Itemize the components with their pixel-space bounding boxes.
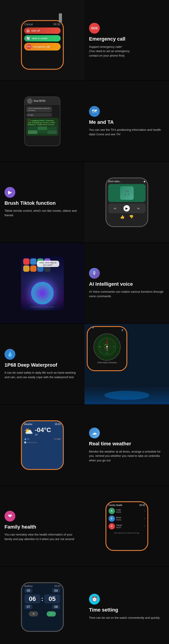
section-family: ❤ Family health You can remotely view th…	[0, 486, 169, 567]
bt-time: 09:30	[54, 585, 60, 588]
bt-m3: 06	[52, 604, 60, 609]
meta-desc: You can see the TA's positioning informa…	[89, 128, 164, 136]
waterproof-watch: N E S W 28°C ♥ 72	[87, 326, 127, 371]
section-time: Bedtime 09:30 05 04 06 : 05 07 06 ✕ ✓	[0, 567, 169, 644]
siri-phone: Hello, what help do you need? ──────────…	[21, 256, 64, 310]
emergency-desc: Support emergency calls*(You need to set…	[89, 45, 130, 58]
watch-cell-emergency: Cancel 09:30 ⏻ slide off 🔄 slide to rest…	[0, 0, 84, 80]
weather-watch: Weather 09:30 ⛅ -04°C 24° 💧 90 ☀ 15% 🔄 0…	[21, 420, 64, 470]
watch-cell-tiktok: Short video... ◉ 🎵 ⏮ ▶ ⏭ 👍 👎	[84, 162, 169, 242]
drop1	[92, 326, 94, 328]
svg-text:N: N	[106, 339, 108, 341]
fh-title: Family Health	[108, 504, 122, 506]
slide-off-btn[interactable]: ⏻ slide off	[24, 28, 60, 34]
text-cell-family: ❤ Family health You can remotely view th…	[0, 486, 84, 566]
compass-face: N E S W 28°C ♥ 72	[94, 334, 120, 360]
time-title: Time setting	[89, 607, 118, 613]
bt-row1: 05 04	[24, 588, 60, 593]
ww-humidity: 💧 90	[24, 438, 30, 440]
text-cell-waterproof: 💧 1P68 Deep Waterproof It can be used sa…	[0, 324, 84, 404]
bt-title: Bedtime	[24, 585, 33, 588]
bt-cancel-btn[interactable]: ✕	[29, 611, 38, 616]
waterproof-desc: It can be used safely in daily life such…	[4, 370, 80, 379]
meta-title: Me and TA	[89, 119, 114, 126]
family-watch: Family Health 09:30 A Andy 01/21 › B Bre…	[106, 501, 148, 551]
sv-like-btn[interactable]: 👍	[120, 215, 124, 219]
section-weather: Weather 09:30 ⛅ -04°C 24° 💧 90 ☀ 15% 🔄 0…	[0, 405, 169, 486]
sv-thumbnail: 🎵	[108, 184, 146, 202]
emergency-call-btn[interactable]: SOS emergency call	[24, 43, 60, 50]
fh-member-andy: A Andy 01/21 ›	[108, 508, 145, 514]
ww-uv: ☀ 15%	[54, 438, 60, 440]
fh-avatar-andy: A	[108, 508, 115, 514]
time-desc: Time can be set on the watch convenientl…	[89, 616, 160, 620]
bt-h3: 07	[24, 604, 33, 609]
sv-prev-btn[interactable]: ⏮	[112, 205, 118, 212]
sv-play-btn[interactable]: ▶	[124, 205, 130, 212]
fh-name-brent: Brent	[116, 516, 122, 519]
cancel-label: Cancel	[24, 23, 33, 26]
bt-ok-btn[interactable]: ✓	[47, 611, 56, 616]
emergency-call-label: emergency call	[33, 45, 50, 48]
compass-svg: N E S W 28°C ♥ 72	[98, 338, 116, 356]
sv-title: Short video...	[108, 180, 122, 183]
text-cell-time: ⏰ Time setting Time can be set on the wa…	[84, 567, 169, 644]
ww-date: 04/09 09:30	[27, 442, 37, 444]
fh-note: More data can be viewed in the App	[108, 532, 145, 534]
pm-location: 📍 Longgang District, Shenzhen City, Guan…	[26, 118, 58, 136]
drop2	[122, 329, 123, 331]
slide-restart-label: slide to restart	[32, 37, 48, 40]
short-video-watch: Short video... ◉ 🎵 ⏮ ▶ ⏭ 👍 👎	[106, 178, 148, 227]
fh-avatar-brent: B	[108, 516, 115, 522]
section-waterproof: 💧 1P68 Deep Waterproof It can be used sa…	[0, 324, 169, 405]
fh-chevron-brent: ›	[144, 517, 145, 520]
fh-name-daniel: Daniel	[116, 524, 122, 526]
pm-msg1: I don't understand what you do minut...	[26, 106, 52, 112]
watch-cell-waterproof: N E S W 28°C ♥ 72	[84, 324, 169, 404]
watch-cell-ai: Hello, what help do you need? ──────────…	[0, 243, 84, 323]
slide-restart-btn[interactable]: 🔄 slide to restart	[24, 35, 60, 42]
sv-dislike-btn[interactable]: 👎	[129, 215, 134, 219]
ww-title: Weather	[24, 423, 33, 426]
svg-text:♥ 72: ♥ 72	[104, 347, 108, 348]
watch-cell-time: Bedtime 09:30 05 04 06 : 05 07 06 ✕ ✓	[0, 567, 84, 644]
text-cell-tiktok: ▶ Brush Tiktok function Tiktok remote co…	[0, 162, 84, 242]
slide-off-label: slide off	[31, 29, 40, 32]
fh-avatar-daniel: D	[108, 523, 115, 530]
weather-icon-emoji: ⛅	[24, 427, 33, 436]
time-icon: ⏰	[89, 594, 100, 604]
svg-text:28°C: 28°C	[104, 344, 108, 346]
siri-orb	[31, 282, 54, 304]
sv-right: ◉	[144, 180, 146, 183]
fh-chevron-daniel: ›	[144, 525, 145, 528]
watch-cell-family: Family Health 09:30 A Andy 01/21 › B Bre…	[84, 486, 169, 566]
meta-icon: 🗺	[89, 106, 100, 117]
family-icon: ❤	[4, 511, 15, 522]
water-splash	[104, 391, 150, 400]
pm-msg2: es ago	[26, 113, 52, 117]
ww-time: 09:30	[55, 423, 60, 426]
weather-title: Real time weather	[89, 440, 131, 447]
ww-temp: -04°C	[35, 426, 51, 434]
avatar-meta	[27, 98, 32, 104]
fh-date-daniel: 01/27	[116, 526, 122, 528]
svg-text:W: W	[99, 346, 101, 348]
section-tiktok: ▶ Brush Tiktok function Tiktok remote co…	[0, 162, 169, 243]
time-label: 09:30	[53, 23, 60, 26]
bt-colon: :	[41, 595, 43, 602]
weather-desc: Monitor the weather at all times, arrang…	[89, 450, 164, 463]
watch-cell-weather: Weather 09:30 ⛅ -04°C 24° 💧 90 ☀ 15% 🔄 0…	[0, 405, 84, 485]
bt-h1: 05	[24, 588, 33, 593]
text-cell-meta: 🗺 Me and TA You can see the TA's positio…	[84, 81, 169, 162]
fh-time: 09:30	[139, 504, 145, 506]
siri-bubble: Hello, what help do you need?	[37, 261, 59, 267]
section-meta: Dear BOSS I don't understand what you do…	[0, 81, 169, 162]
bedtime-watch: Bedtime 09:30 05 04 06 : 05 07 06 ✕ ✓	[21, 582, 64, 632]
watch-cell-meta: Dear BOSS I don't understand what you do…	[0, 81, 84, 162]
tiktok-title: Brush Tiktok function	[4, 200, 56, 206]
bt-row3: 07 06	[24, 604, 60, 609]
svg-text:E: E	[113, 346, 114, 348]
sv-next-btn[interactable]: ⏭	[136, 205, 142, 212]
text-cell-ai: 🎙 AI Intelligent voice AI Voice commands…	[84, 243, 169, 323]
ai-desc: AI Voice commands can realize various fu…	[89, 290, 164, 298]
